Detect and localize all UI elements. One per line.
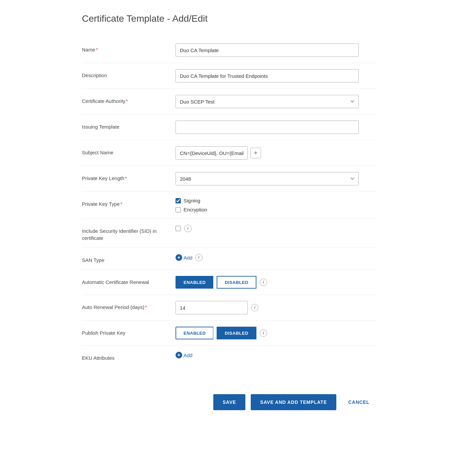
eku-add-link[interactable]: + Add xyxy=(176,352,193,358)
publish-private-key-enabled-button[interactable]: ENABLED xyxy=(176,327,213,339)
auto-renewal-input-wrapper: i xyxy=(176,301,258,314)
auto-renewal-period-control: i xyxy=(176,301,376,314)
name-required: * xyxy=(96,47,98,52)
eku-row: EKU Attributes + Add xyxy=(82,346,376,367)
description-input[interactable] xyxy=(176,69,359,83)
private-key-length-select[interactable]: 1024 2048 4096 xyxy=(176,172,359,185)
include-sid-checkbox[interactable] xyxy=(176,226,181,231)
subject-name-input[interactable] xyxy=(176,146,248,160)
save-and-add-button[interactable]: SAVE AND ADD TEMPLATE xyxy=(251,394,336,410)
description-label: Description xyxy=(82,69,176,79)
issuing-template-control xyxy=(176,121,376,134)
san-type-add-label: Add xyxy=(184,255,193,261)
auto-renewal-row: Automatic Certificate Renewal ENABLED DI… xyxy=(82,270,376,295)
subject-name-control: + xyxy=(176,146,376,160)
description-control xyxy=(176,69,376,83)
publish-private-key-label: Publish Private Key xyxy=(82,327,176,336)
ca-select[interactable]: Duo SCEP Test Other CA xyxy=(176,95,359,108)
name-input[interactable] xyxy=(176,43,359,57)
include-sid-row: Include Security Identifier (SID) in cer… xyxy=(82,219,376,248)
private-key-type-label: Private Key Type* xyxy=(82,198,176,207)
publish-private-key-disabled-button[interactable]: DISABLED xyxy=(217,327,256,339)
eku-control: + Add xyxy=(176,352,376,358)
auto-renewal-info-icon[interactable]: i xyxy=(260,279,267,286)
encryption-checkbox[interactable] xyxy=(176,207,181,212)
san-type-add-circle-icon: + xyxy=(176,254,182,261)
page-container: Certificate Template - Add/Edit Name* De… xyxy=(62,0,396,430)
san-type-wrapper: + Add i xyxy=(176,254,203,261)
encryption-label: Encryption xyxy=(184,207,207,212)
san-type-info-icon[interactable]: i xyxy=(195,254,203,261)
ca-control: Duo SCEP Test Other CA xyxy=(176,95,376,108)
eku-add-label: Add xyxy=(184,352,193,358)
description-row: Description xyxy=(82,63,376,89)
san-type-label: SAN Type xyxy=(82,254,176,264)
private-key-type-required: * xyxy=(120,201,122,207)
signing-checkbox[interactable] xyxy=(176,198,181,203)
ca-required: * xyxy=(126,98,128,104)
private-key-type-row: Private Key Type* Signing Encryption xyxy=(82,192,376,218)
auto-renewal-label: Automatic Certificate Renewal xyxy=(82,276,176,286)
san-type-add-link[interactable]: + Add xyxy=(176,254,193,261)
san-type-control: + Add i xyxy=(176,254,376,261)
publish-private-key-info-icon[interactable]: i xyxy=(260,329,267,337)
include-sid-label: Include Security Identifier (SID) in cer… xyxy=(82,225,176,242)
signing-checkbox-row[interactable]: Signing xyxy=(176,198,207,203)
include-sid-wrapper: i xyxy=(176,225,192,232)
name-row: Name* xyxy=(82,37,376,63)
auto-renewal-enabled-button[interactable]: ENABLED xyxy=(176,276,213,289)
subject-name-wrapper: + xyxy=(176,146,261,160)
publish-private-key-control: ENABLED DISABLED i xyxy=(176,327,376,339)
private-key-length-control: 1024 2048 4096 xyxy=(176,172,376,185)
footer-buttons: SAVE SAVE AND ADD TEMPLATE CANCEL xyxy=(82,387,376,410)
private-key-type-control: Signing Encryption xyxy=(176,198,376,212)
private-key-length-row: Private Key Length* 1024 2048 4096 xyxy=(82,166,376,191)
signing-label: Signing xyxy=(184,198,200,203)
auto-renewal-disabled-button[interactable]: DISABLED xyxy=(217,276,256,289)
save-button[interactable]: SAVE xyxy=(213,394,245,410)
auto-renewal-period-info-icon[interactable]: i xyxy=(251,304,258,311)
include-sid-control: i xyxy=(176,225,376,232)
page-title: Certificate Template - Add/Edit xyxy=(82,13,376,24)
private-key-type-group: Signing Encryption xyxy=(176,198,207,212)
publish-private-key-row: Publish Private Key ENABLED DISABLED i xyxy=(82,321,376,345)
include-sid-info-icon[interactable]: i xyxy=(184,225,192,232)
issuing-template-input[interactable] xyxy=(176,121,359,134)
private-key-length-required: * xyxy=(125,175,127,181)
eku-add-circle-icon: + xyxy=(176,352,182,358)
auto-renewal-control: ENABLED DISABLED i xyxy=(176,276,376,289)
san-type-row: SAN Type + Add i xyxy=(82,248,376,270)
publish-private-key-toggle-group: ENABLED DISABLED i xyxy=(176,327,267,339)
name-control xyxy=(176,43,376,57)
auto-renewal-period-input[interactable] xyxy=(176,301,248,314)
eku-label: EKU Attributes xyxy=(82,352,176,361)
auto-renewal-period-row: Auto Renewal Period (days)* i xyxy=(82,295,376,320)
encryption-checkbox-row[interactable]: Encryption xyxy=(176,207,207,212)
ca-label: Certificate Authority* xyxy=(82,95,176,105)
form-section: Name* Description Certificate Authority*… xyxy=(82,37,376,367)
cancel-button[interactable]: CANCEL xyxy=(342,394,376,410)
subject-name-add-button[interactable]: + xyxy=(250,148,261,158)
auto-renewal-period-required: * xyxy=(145,304,147,310)
auto-renewal-period-label: Auto Renewal Period (days)* xyxy=(82,301,176,311)
issuing-template-row: Issuing Template xyxy=(82,115,376,140)
issuing-template-label: Issuing Template xyxy=(82,121,176,130)
auto-renewal-toggle-group: ENABLED DISABLED i xyxy=(176,276,267,289)
subject-name-label: Subject Name xyxy=(82,146,176,156)
private-key-length-label: Private Key Length* xyxy=(82,172,176,182)
name-label: Name* xyxy=(82,43,176,53)
subject-name-row: Subject Name + xyxy=(82,140,376,166)
ca-row: Certificate Authority* Duo SCEP Test Oth… xyxy=(82,89,376,114)
